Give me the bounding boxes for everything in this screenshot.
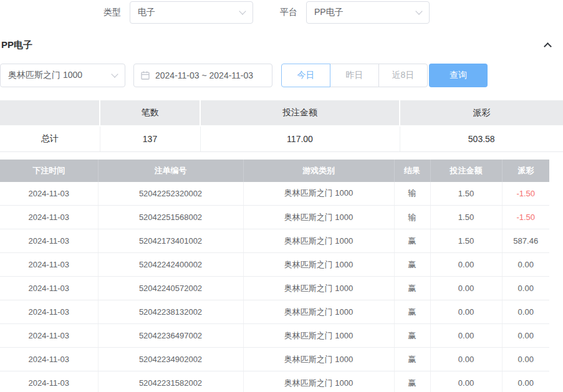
summary-table: 笔数 投注金额 派彩 总计 137 117.00 503.58 [0, 100, 563, 152]
cell-payout: 0.00 [502, 371, 549, 392]
header-bet-time: 下注时间 [0, 160, 98, 182]
cell-bet-amount: 0.00 [430, 324, 502, 348]
cell-result: 输 [394, 206, 430, 229]
cell-bet-amount: 0.00 [430, 371, 502, 392]
cell-game-category: 奥林匹斯之门 1000 [243, 206, 394, 229]
cell-bet-amount: 1.50 [430, 182, 502, 206]
cell-game-category: 奥林匹斯之门 1000 [243, 348, 394, 371]
cell-order-no: 52042231582002 [98, 371, 243, 392]
quick-button-yesterday[interactable]: 昨日 [330, 64, 379, 87]
table-row: 2024-11-0352042234902002奥林匹斯之门 1000赢0.00… [0, 348, 549, 371]
game-select[interactable]: 奥林匹斯之门 1000 [0, 64, 125, 87]
cell-payout: 0.00 [502, 324, 549, 348]
cell-game-category: 奥林匹斯之门 1000 [243, 182, 394, 206]
type-select-value: 电子 [138, 7, 155, 18]
summary-total-bet-amount: 117.00 [200, 126, 400, 151]
cell-payout: 0.00 [502, 300, 549, 324]
table-row: 2024-11-0352042231582002奥林匹斯之门 1000赢0.00… [0, 371, 549, 392]
bet-table-header-row: 下注时间 注单编号 游戏类别 结果 投注金额 派彩 [0, 160, 549, 182]
cell-payout: 0.00 [502, 253, 549, 277]
cell-result: 赢 [394, 277, 430, 300]
summary-header-count: 笔数 [100, 100, 200, 126]
top-filter-row: 类型 电子 平台 PP电子 [0, 0, 563, 24]
quick-buttons: 今日昨日近8日 [281, 64, 428, 87]
cell-order-no: 52042238132002 [98, 300, 243, 324]
cell-result: 赢 [394, 253, 430, 277]
table-row: 2024-11-0352042242400002奥林匹斯之门 1000赢0.00… [0, 253, 549, 277]
header-game-category: 游戏类别 [243, 160, 394, 182]
table-row: 2024-11-0352042251568002奥林匹斯之门 1000输1.50… [0, 206, 549, 229]
cell-bet-amount: 0.00 [430, 277, 502, 300]
cell-result: 赢 [394, 300, 430, 324]
cell-order-no: 52042173401002 [98, 229, 243, 253]
table-row: 2024-11-0352042252320002奥林匹斯之门 1000输1.50… [0, 182, 549, 206]
bet-table-body: 2024-11-0352042252320002奥林匹斯之门 1000输1.50… [0, 182, 549, 392]
game-select-value: 奥林匹斯之门 1000 [8, 70, 82, 81]
cell-payout: 587.46 [502, 229, 549, 253]
bet-table: 下注时间 注单编号 游戏类别 结果 投注金额 派彩 2024-11-035204… [0, 160, 549, 392]
cell-bet-time: 2024-11-03 [0, 206, 98, 229]
header-order-no: 注单编号 [98, 160, 243, 182]
cell-payout: 0.00 [502, 277, 549, 300]
cell-bet-time: 2024-11-03 [0, 229, 98, 253]
summary-header-empty [0, 100, 100, 126]
type-select[interactable]: 电子 [130, 1, 253, 24]
table-row: 2024-11-0352042238132002奥林匹斯之门 1000赢0.00… [0, 300, 549, 324]
summary-header-row: 笔数 投注金额 派彩 [0, 100, 563, 126]
cell-bet-amount: 1.50 [430, 229, 502, 253]
cell-game-category: 奥林匹斯之门 1000 [243, 277, 394, 300]
header-payout: 派彩 [502, 160, 549, 182]
cell-order-no: 52042242400002 [98, 253, 243, 277]
cell-game-category: 奥林匹斯之门 1000 [243, 371, 394, 392]
collapse-chevron-up-icon[interactable] [544, 42, 552, 50]
cell-game-category: 奥林匹斯之门 1000 [243, 253, 394, 277]
cell-bet-time: 2024-11-03 [0, 324, 98, 348]
summary-total-payout: 503.58 [400, 126, 563, 151]
cell-result: 赢 [394, 348, 430, 371]
header-bet-amount: 投注金额 [430, 160, 502, 182]
cell-game-category: 奥林匹斯之门 1000 [243, 300, 394, 324]
cell-bet-amount: 0.00 [430, 300, 502, 324]
summary-total-row: 总计 137 117.00 503.58 [0, 126, 563, 151]
search-button[interactable]: 查询 [429, 64, 488, 87]
header-result: 结果 [394, 160, 430, 182]
summary-total-count: 137 [100, 126, 200, 151]
query-bar: 奥林匹斯之门 1000 2024-11-03 ~ 2024-11-03 今日昨日… [0, 64, 563, 87]
platform-select-value: PP电子 [314, 7, 344, 18]
type-label: 类型 [103, 7, 121, 18]
table-row: 2024-11-0352042173401002奥林匹斯之门 1000赢1.50… [0, 229, 549, 253]
cell-bet-time: 2024-11-03 [0, 300, 98, 324]
cell-result: 赢 [394, 229, 430, 253]
cell-bet-amount: 0.00 [430, 348, 502, 371]
cell-order-no: 52042252320002 [98, 182, 243, 206]
table-row: 2024-11-0352042236497002奥林匹斯之门 1000赢0.00… [0, 324, 549, 348]
cell-game-category: 奥林匹斯之门 1000 [243, 324, 394, 348]
cell-bet-time: 2024-11-03 [0, 182, 98, 206]
chevron-down-icon [239, 7, 246, 14]
cell-result: 赢 [394, 371, 430, 392]
cell-order-no: 52042240572002 [98, 277, 243, 300]
cell-result: 输 [394, 182, 430, 206]
cell-order-no: 52042236497002 [98, 324, 243, 348]
cell-bet-amount: 1.50 [430, 206, 502, 229]
section-header: PP电子 [0, 39, 563, 50]
report-page: 类型 电子 平台 PP电子 PP电子 奥林匹斯之门 1000 2024-1 [0, 0, 563, 392]
cell-payout: 0.00 [502, 348, 549, 371]
quick-button-today[interactable]: 今日 [281, 64, 330, 87]
quick-button-last8days[interactable]: 近8日 [378, 64, 428, 87]
table-row: 2024-11-0352042240572002奥林匹斯之门 1000赢0.00… [0, 277, 549, 300]
cell-bet-time: 2024-11-03 [0, 371, 98, 392]
cell-bet-time: 2024-11-03 [0, 348, 98, 371]
section-title: PP电子 [1, 39, 32, 51]
cell-bet-amount: 0.00 [430, 253, 502, 277]
cell-order-no: 52042251568002 [98, 206, 243, 229]
cell-bet-time: 2024-11-03 [0, 277, 98, 300]
date-range-value: 2024-11-03 ~ 2024-11-03 [155, 70, 253, 80]
cell-result: 赢 [394, 324, 430, 348]
chevron-down-icon [111, 70, 118, 77]
platform-label: 平台 [280, 7, 297, 18]
summary-header-bet-amount: 投注金额 [200, 100, 400, 126]
summary-header-payout: 派彩 [400, 100, 563, 126]
platform-select[interactable]: PP电子 [306, 1, 430, 24]
date-range-picker[interactable]: 2024-11-03 ~ 2024-11-03 [133, 64, 272, 87]
